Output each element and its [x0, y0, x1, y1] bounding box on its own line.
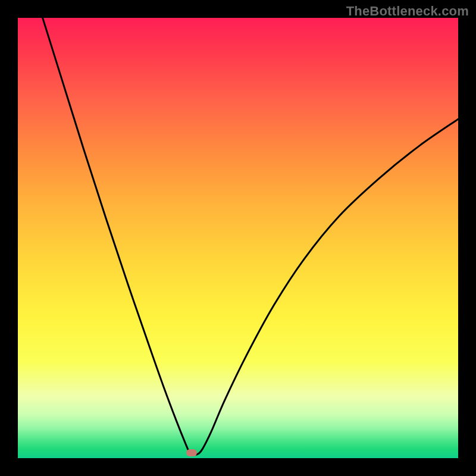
min-marker	[186, 449, 197, 456]
chart-container: TheBottleneck.com	[0, 0, 476, 476]
bottleneck-curve	[18, 18, 458, 455]
watermark-text: TheBottleneck.com	[346, 4, 469, 19]
curve-svg	[18, 18, 458, 458]
plot-area	[18, 18, 458, 458]
